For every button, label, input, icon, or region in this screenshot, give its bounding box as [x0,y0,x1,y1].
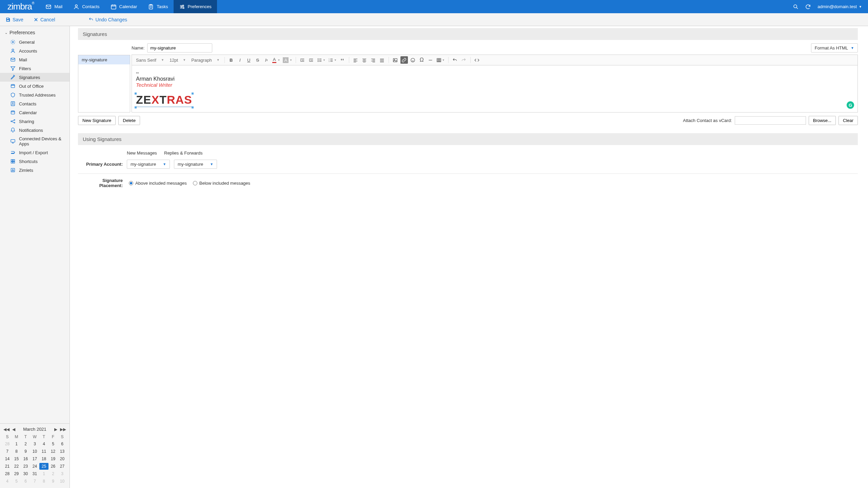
placement-above-radio[interactable]: Above included messages [129,181,187,186]
sidebar-item-zimlets[interactable]: Zimlets [0,166,70,175]
nav-calendar[interactable]: Calendar [105,0,143,13]
sidebar-item-out-of-office[interactable]: Out of Office [0,82,70,90]
sidebar-item-notifications[interactable]: Notifications [0,126,70,135]
cal-day[interactable]: 7 [3,448,12,455]
cal-day[interactable]: 9 [21,448,30,455]
clear-button[interactable]: Clear [839,116,858,125]
sidebar-item-sharing[interactable]: Sharing [0,117,70,126]
cal-next-year[interactable]: ▶▶ [59,427,67,432]
sidebar-header[interactable]: ⌄Preferences [0,27,70,38]
outdent-button[interactable] [299,56,306,64]
signature-list-item[interactable]: my-signature [78,55,130,64]
cal-day[interactable]: 27 [58,463,67,470]
cal-day[interactable]: 16 [21,455,30,462]
align-justify-button[interactable] [378,56,386,64]
hr-button[interactable] [427,56,434,64]
table-button[interactable]: ▼ [436,56,446,64]
sidebar-item-accounts[interactable]: Accounts [0,46,70,55]
cal-next-month[interactable]: ▶ [54,427,58,432]
cal-day[interactable]: 15 [12,455,21,462]
align-center-button[interactable] [361,56,368,64]
cal-day[interactable]: 1 [39,470,48,477]
cal-day[interactable]: 2 [48,470,58,477]
link-button[interactable] [400,56,408,64]
cal-day[interactable]: 10 [58,478,67,485]
cal-day[interactable]: 31 [30,470,39,477]
nav-preferences[interactable]: Preferences [174,0,217,13]
cal-day[interactable]: 17 [30,455,39,462]
cal-day[interactable]: 8 [39,478,48,485]
clear-format-button[interactable]: Ix [263,56,270,64]
sidebar-item-trusted-addresses[interactable]: Trusted Addresses [0,90,70,99]
primary-reply-select[interactable]: my-signature▼ [174,160,217,169]
cal-day[interactable]: 10 [30,448,39,455]
bold-button[interactable]: B [228,56,235,64]
nav-contacts[interactable]: Contacts [68,0,105,13]
signature-name-input[interactable] [147,43,212,53]
undo-editor-button[interactable] [451,56,459,64]
cal-day[interactable]: 2 [21,441,30,447]
cal-day[interactable]: 9 [48,478,58,485]
browse-button[interactable]: Browse... [809,116,836,125]
cal-day[interactable]: 22 [12,463,21,470]
cal-day[interactable]: 18 [39,455,48,462]
cal-day[interactable]: 13 [58,448,67,455]
sidebar-item-contacts[interactable]: Contacts [0,99,70,108]
sidebar-item-mail[interactable]: Mail [0,55,70,64]
cal-day[interactable]: 6 [58,441,67,447]
cal-day[interactable]: 19 [48,455,58,462]
font-select[interactable]: Sans Serif▼ [134,56,166,64]
cal-day[interactable]: 3 [30,441,39,447]
user-menu[interactable]: admin@domain.test▼ [814,4,868,9]
align-left-button[interactable] [352,56,359,64]
cal-day[interactable]: 3 [58,470,67,477]
cal-day[interactable]: 21 [3,463,12,470]
sidebar-item-filters[interactable]: Filters [0,64,70,73]
quote-button[interactable] [339,56,346,64]
cal-day[interactable]: 23 [21,463,30,470]
cancel-button[interactable]: Cancel [34,17,55,22]
cal-day[interactable]: 6 [21,478,30,485]
underline-button[interactable]: U [245,56,253,64]
cal-day[interactable]: 29 [12,470,21,477]
sidebar-item-calendar[interactable]: Calendar [0,108,70,117]
bullet-list-button[interactable]: ▼ [316,56,326,64]
refresh-button[interactable] [802,4,814,10]
redo-editor-button[interactable] [460,56,468,64]
undo-button[interactable]: Undo Changes [88,17,127,22]
indent-button[interactable] [308,56,315,64]
sidebar-item-connected-devices-apps[interactable]: Connected Devices & Apps [0,135,70,148]
cal-day[interactable]: 4 [3,478,12,485]
text-color-button[interactable]: A▼ [272,56,281,64]
cal-day[interactable]: 4 [39,441,48,447]
strike-button[interactable]: S [254,56,261,64]
sidebar-item-general[interactable]: General [0,38,70,46]
block-select[interactable]: Paragraph▼ [189,56,222,64]
cal-day[interactable]: 1 [12,441,21,447]
format-select[interactable]: Format As HTML▼ [811,43,858,53]
search-button[interactable] [790,4,802,10]
placement-below-radio[interactable]: Below included messages [193,181,250,186]
delete-signature-button[interactable]: Delete [118,116,140,125]
image-button[interactable] [392,56,399,64]
cal-day[interactable]: 5 [48,441,58,447]
cal-day[interactable]: 24 [30,463,39,470]
align-right-button[interactable] [370,56,377,64]
cal-prev-month[interactable]: ◀ [12,427,16,432]
cal-day[interactable]: 20 [58,455,67,462]
sidebar-item-signatures[interactable]: Signatures [0,73,70,82]
signature-logo[interactable]: ZEXTRAS [136,94,192,107]
cal-day[interactable]: 11 [39,448,48,455]
code-button[interactable] [473,56,481,64]
primary-new-select[interactable]: my-signature▼ [127,160,170,169]
sidebar-item-shortcuts[interactable]: Shortcuts [0,157,70,166]
cal-day[interactable]: 5 [12,478,21,485]
nav-mail[interactable]: Mail [40,0,68,13]
signature-list[interactable]: my-signature [78,55,130,113]
size-select[interactable]: 12pt▼ [167,56,188,64]
grammarly-icon[interactable]: G [847,101,854,109]
italic-button[interactable]: I [236,56,244,64]
cal-prev-year[interactable]: ◀◀ [3,427,10,432]
cal-day[interactable]: 26 [48,463,58,470]
emoji-button[interactable] [409,56,417,64]
